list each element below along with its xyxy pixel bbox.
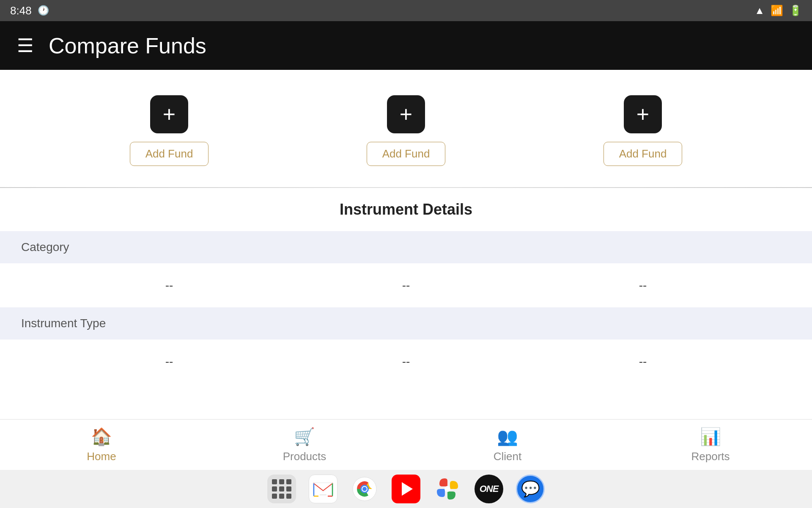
youtube-app-icon[interactable] [392, 475, 420, 503]
instrument-type-row-values: -- -- -- [0, 340, 812, 384]
bar-chart-icon: 📊 [700, 427, 721, 447]
status-time: 8:48 [10, 4, 32, 17]
nav-label-reports: Reports [691, 450, 730, 463]
add-fund-slot-3: + Add Fund [604, 95, 683, 166]
add-fund-plus-1[interactable]: + [150, 95, 188, 133]
plus-icon-2: + [400, 103, 412, 125]
add-fund-plus-3[interactable]: + [624, 95, 662, 133]
hamburger-menu-icon[interactable]: ☰ [17, 35, 33, 56]
gmail-svg [313, 480, 334, 497]
nav-label-products: Products [283, 450, 326, 463]
add-fund-slot-2: + Add Fund [367, 95, 446, 166]
add-fund-button-2[interactable]: Add Fund [367, 142, 446, 166]
launcher-bar: ONE 💬 [0, 470, 812, 508]
bottom-nav: 🏠 Home 🛒 Products 👥 Client 📊 Reports [0, 419, 812, 470]
add-fund-slot-1: + Add Fund [130, 95, 209, 166]
instrument-type-label: Instrument Type [21, 317, 106, 330]
battery-icon: 🔋 [789, 5, 802, 17]
one-label: ONE [480, 483, 499, 494]
photos-app-icon[interactable] [433, 475, 462, 503]
nav-label-home: Home [87, 450, 116, 463]
category-label: Category [21, 240, 69, 254]
app-bar: ☰ Compare Funds [0, 21, 812, 70]
add-fund-plus-2[interactable]: + [387, 95, 425, 133]
category-row-values: -- -- -- [0, 263, 812, 307]
category-row-header: Category [0, 231, 812, 263]
chrome-svg [352, 477, 377, 501]
one-app-icon[interactable]: ONE [475, 475, 503, 503]
signal-icon: 📶 [771, 5, 783, 17]
nav-label-client: Client [494, 450, 521, 463]
cart-icon: 🛒 [294, 427, 315, 447]
nav-item-client[interactable]: 👥 Client [465, 427, 550, 463]
nav-item-products[interactable]: 🛒 Products [262, 427, 347, 463]
instrument-details-title: Instrument Details [0, 188, 812, 231]
gmail-app-icon[interactable] [309, 475, 337, 503]
instrument-type-value-2: -- [364, 355, 448, 368]
nav-item-reports[interactable]: 📊 Reports [668, 427, 753, 463]
message-bubble-icon: 💬 [521, 480, 540, 498]
messages-app-icon[interactable]: 💬 [516, 475, 545, 503]
status-bar: 8:48 🕐 ▲ 📶 🔋 [0, 0, 812, 21]
youtube-play-icon [402, 482, 413, 496]
chrome-app-icon[interactable] [350, 475, 379, 503]
app-drawer-icon[interactable] [267, 475, 296, 503]
people-icon: 👥 [497, 427, 518, 447]
category-value-3: -- [601, 279, 685, 292]
instrument-type-value-1: -- [127, 355, 211, 368]
add-fund-button-3[interactable]: Add Fund [604, 142, 683, 166]
add-fund-section: + Add Fund + Add Fund + Add Fund [0, 70, 812, 187]
clock-icon: 🕐 [38, 5, 49, 16]
svg-point-9 [444, 486, 450, 492]
grid-dots [268, 475, 296, 503]
photos-svg [435, 477, 460, 501]
wifi-icon: ▲ [754, 5, 765, 17]
nav-item-home[interactable]: 🏠 Home [59, 427, 144, 463]
category-value-1: -- [127, 279, 211, 292]
plus-icon-1: + [163, 103, 176, 125]
add-fund-button-1[interactable]: Add Fund [130, 142, 209, 166]
home-icon: 🏠 [91, 427, 112, 447]
svg-point-8 [362, 487, 367, 491]
instrument-type-row-header: Instrument Type [0, 307, 812, 340]
page-title: Compare Funds [49, 33, 206, 58]
main-content: + Add Fund + Add Fund + Add Fund Instrum… [0, 70, 812, 440]
category-value-2: -- [364, 279, 448, 292]
plus-icon-3: + [636, 103, 649, 125]
instrument-type-value-3: -- [601, 355, 685, 368]
